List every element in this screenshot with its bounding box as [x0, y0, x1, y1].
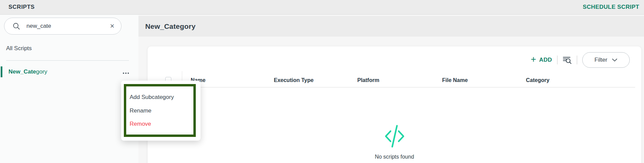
empty-state: No scripts found: [148, 124, 641, 160]
sidebar-item-new-category[interactable]: New_Category: [0, 65, 138, 79]
sidebar-item-all-scripts[interactable]: All Scripts: [6, 45, 32, 52]
scripts-table-card: + ADD Filter Name Execution Type Platfor…: [148, 46, 641, 163]
filter-button[interactable]: Filter: [582, 52, 630, 68]
sidebar-divider: [6, 60, 129, 61]
sidebar: × All Scripts New_Category: [0, 15, 138, 163]
add-button-label: ADD: [539, 57, 552, 63]
search-match-text: New_Cate: [8, 68, 36, 75]
more-options-icon[interactable]: [121, 71, 130, 75]
column-header-category: Category: [526, 77, 549, 83]
clear-search-icon[interactable]: ×: [109, 22, 115, 30]
sidebar-item-label: New_Category: [8, 65, 47, 79]
filter-button-label: Filter: [594, 57, 607, 63]
plus-icon: +: [531, 55, 536, 64]
toolbar-divider: [577, 56, 577, 64]
menu-item-add-subcategory[interactable]: Add Subcategory: [126, 94, 193, 100]
category-context-menu: Add Subcategory Rename Remove: [121, 81, 201, 141]
code-icon: [384, 124, 405, 149]
search-icon: [13, 22, 20, 30]
top-bar: SCRIPTS SCHEDULE SCRIPT: [0, 0, 644, 15]
schedule-script-button[interactable]: SCHEDULE SCRIPT: [583, 4, 639, 11]
content-header-band: New_Category: [138, 16, 644, 37]
menu-item-rename[interactable]: Rename: [126, 108, 193, 114]
empty-state-message: No scripts found: [375, 154, 414, 160]
column-header-platform: Platform: [357, 77, 379, 83]
chevron-down-icon: [612, 58, 618, 62]
search-box[interactable]: ×: [4, 18, 121, 35]
selected-indicator: [1, 66, 2, 77]
page-title: SCRIPTS: [8, 4, 35, 11]
annotation-box: Add Subcategory Rename Remove: [124, 84, 196, 137]
column-header-file-name: File Name: [442, 77, 468, 83]
category-heading: New_Category: [145, 22, 195, 30]
table-toolbar: + ADD Filter: [531, 52, 630, 68]
list-search-button[interactable]: [563, 56, 572, 65]
header-divider: [158, 87, 635, 87]
toolbar-divider: [557, 56, 557, 64]
search-input[interactable]: [26, 22, 109, 30]
menu-item-remove[interactable]: Remove: [126, 121, 193, 127]
label-rest-text: gory: [36, 68, 47, 75]
add-button[interactable]: + ADD: [531, 56, 552, 64]
list-search-icon: [563, 56, 572, 65]
column-header-execution-type: Execution Type: [274, 77, 314, 83]
